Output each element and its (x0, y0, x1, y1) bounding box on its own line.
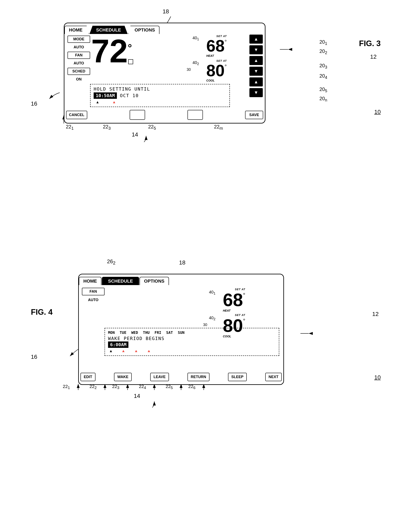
setat-degree-2: ° (225, 63, 227, 70)
left-col-fig3: MODE AUTO FAN AUTO SCHED ON (68, 36, 90, 83)
tab-options-fig3[interactable]: OPTIONS (128, 26, 159, 34)
day-fri: FRI (155, 330, 161, 335)
ref-22-3-fig3: 223 (103, 124, 111, 131)
triangle-2: 🔺 (112, 100, 116, 104)
ref-14-fig3: 14 (132, 131, 138, 138)
setat-heat-fig4: SET AT 68 ° HEAT (223, 288, 245, 312)
cancel-button[interactable]: CANCEL (66, 111, 87, 119)
day-tue: TUE (120, 330, 127, 335)
hold-text: HOLD SETTING UNTIL (94, 87, 226, 92)
fan-btn-fig4[interactable]: FAN (82, 288, 104, 295)
ref-30-fig4: 30 (203, 323, 207, 327)
down-btn-1[interactable]: ▼ (249, 45, 263, 54)
wake-button[interactable]: WAKE (114, 373, 132, 381)
ref-16-fig3: 16 (31, 101, 37, 107)
auto-btn-1[interactable]: AUTO (68, 44, 90, 50)
ref-18-fig3: 18 (162, 8, 169, 15)
setat-cool-section: SET AT 80 ° COOL (206, 59, 227, 82)
ref-14-fig4: 14 (134, 393, 140, 399)
ref-40-1-fig3: 401 (192, 36, 199, 41)
bottom-row-fig4: EDIT WAKE LEAVE RETURN SLEEP NEXT (80, 373, 282, 381)
down-btn-2[interactable]: ▼ (249, 67, 263, 76)
ref-18-fig4: 18 (179, 259, 185, 266)
empty-btn-2[interactable] (188, 110, 203, 120)
ref-20-2: 202 (319, 48, 327, 55)
ref-10-fig4: 10 (374, 374, 381, 381)
day-sat: SAT (166, 330, 173, 335)
day-wed: WED (131, 330, 138, 335)
tri-4: 🔺 (146, 349, 151, 353)
tabs-fig4: HOME SCHEDULE OPTIONS (79, 274, 283, 285)
up-btn-1[interactable]: ▲ (249, 35, 263, 44)
ref-22-1-fig3: 221 (66, 124, 74, 131)
hold-time: 10:50AM (94, 92, 117, 99)
next-button[interactable]: NEXT (265, 373, 282, 381)
ref-30-fig3: 30 (187, 68, 191, 72)
left-col-fig4: FAN AUTO (82, 288, 104, 303)
bottom-row-fig3: CANCEL SAVE (66, 110, 263, 120)
auto-btn-fig4[interactable]: AUTO (82, 297, 104, 303)
wake-text: WAKE PERIOD BEGINS (108, 336, 276, 341)
setat-temp-1-fig4: 68 (223, 291, 243, 309)
fig3-label: FIG. 3 (359, 39, 381, 48)
ref-20-5: 205 (319, 87, 327, 93)
ref-22-5-fig3: 225 (148, 124, 156, 131)
sched-btn[interactable]: SCHED (68, 68, 90, 75)
triangles-row-fig4: ▲ 🔺 🔺 🔺 (108, 349, 276, 353)
tab-home-fig4[interactable]: HOME (79, 277, 101, 285)
setat-temp-2: 80 (206, 62, 225, 79)
day-sun: SUN (178, 330, 185, 335)
ref-12-fig4: 12 (372, 311, 379, 317)
ref-22-m-fig3: 22m (214, 124, 223, 131)
setat-temp-1: 68 (206, 38, 225, 54)
on-btn[interactable]: ON (68, 76, 90, 83)
save-button[interactable]: SAVE (245, 111, 263, 119)
hold-box: HOLD SETTING UNTIL 10:50AM OCT 10 ▲ 🔺 (90, 84, 230, 107)
edit-button[interactable]: EDIT (80, 373, 96, 381)
ref-10-fig3: 10 (374, 109, 381, 115)
setat-degree-2-fig4: ° (243, 318, 245, 324)
current-temp-fig3: 72° (91, 35, 132, 68)
ref-12-fig3: 12 (370, 54, 377, 60)
ref-40-2-fig4: 402 (209, 316, 216, 321)
tab-home-fig3[interactable]: HOME (64, 26, 89, 34)
fig4-label: FIG. 4 (31, 308, 53, 317)
ref-26-2-fig4: 262 (107, 258, 116, 266)
setat-degree-1-fig4: ° (243, 292, 245, 298)
day-mon: MON (108, 330, 115, 335)
wake-time: 6:00AM (108, 341, 128, 348)
triangle-1: ▲ (96, 100, 99, 104)
setat-heat-section: SET AT 68 ° HEAT (206, 35, 227, 58)
auto-btn-2[interactable]: AUTO (68, 60, 90, 66)
ref-20-n: 20n (319, 96, 327, 103)
tab-options-fig4[interactable]: OPTIONS (140, 277, 169, 285)
ref-40-2-fig3: 402 (192, 60, 199, 66)
checkbox-fig3[interactable] (128, 59, 133, 64)
thermostat-fig4: HOME SCHEDULE OPTIONS FAN AUTO SET AT 68… (78, 274, 284, 385)
ref-20-1: 201 (319, 39, 327, 46)
ref-20-3: 203 (319, 63, 327, 70)
tabs-fig3: HOME SCHEDULE OPTIONS (64, 23, 265, 34)
up-btn-3[interactable]: ▲ (249, 77, 263, 87)
ref-16-fig4: 16 (31, 353, 37, 360)
empty-btn-1[interactable] (130, 110, 145, 120)
tri-3: 🔺 (134, 349, 138, 353)
days-row: MON TUE WED THU FRI SAT SUN (108, 330, 276, 335)
hold-date: OCT 10 (120, 93, 139, 98)
sleep-button[interactable]: SLEEP (228, 373, 247, 381)
fan-btn[interactable]: FAN (68, 52, 90, 59)
thermostat-fig3: HOME SCHEDULE OPTIONS MODE AUTO FAN AUTO… (64, 23, 265, 123)
down-btn-3[interactable]: ▼ (249, 88, 263, 97)
return-button[interactable]: RETURN (188, 373, 209, 381)
up-btn-2[interactable]: ▲ (249, 56, 263, 65)
mode-btn[interactable]: MODE (68, 36, 90, 43)
day-thu: THU (143, 330, 150, 335)
leave-button[interactable]: LEAVE (150, 373, 169, 381)
arrow-buttons-fig3: ▲ ▼ ▲ ▼ ▲ ▼ (249, 35, 263, 97)
ref-20-4: 204 (319, 73, 327, 80)
ref-40-1-fig4: 401 (209, 290, 216, 295)
tab-schedule-fig4[interactable]: SCHEDULE (102, 277, 139, 285)
tri-1: ▲ (109, 349, 113, 353)
schedule-box-fig4: MON TUE WED THU FRI SAT SUN WAKE PERIOD … (104, 328, 279, 356)
tri-2: 🔺 (121, 349, 126, 353)
